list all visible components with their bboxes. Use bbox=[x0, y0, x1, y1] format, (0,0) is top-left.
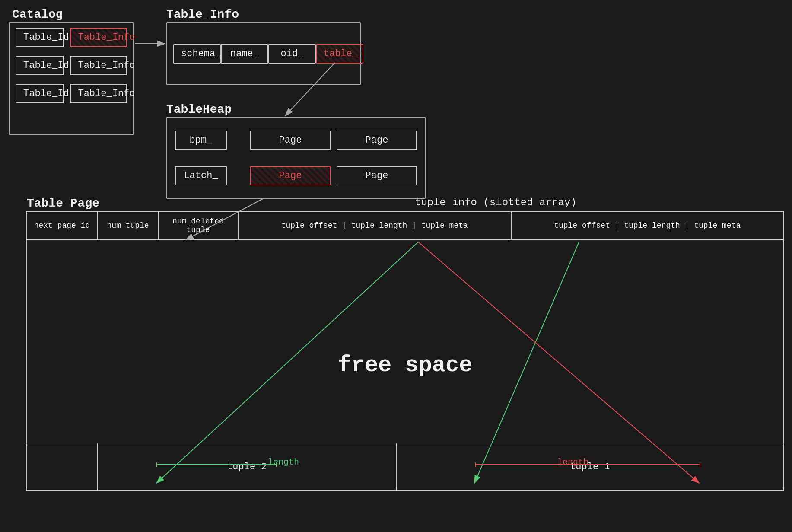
catalog-row-3: Table_Id Table_Info bbox=[10, 80, 133, 108]
table-page-label: Table Page bbox=[27, 197, 99, 210]
length-label-green: length bbox=[268, 457, 299, 467]
catalog-table-id-3: Table_Id bbox=[16, 84, 64, 103]
catalog-table-info-3: Table_Info bbox=[70, 84, 127, 103]
tp-num-tuple: num tuple bbox=[98, 212, 159, 239]
table-page-header: next page id num tuple num deleted tuple… bbox=[26, 211, 784, 240]
catalog-label: Catalog bbox=[12, 8, 63, 21]
tuple-2-cell: tuple 2 bbox=[98, 443, 397, 490]
heap-bpm: bpm_ bbox=[175, 131, 227, 150]
table-info-label: Table_Info bbox=[166, 8, 239, 21]
heap-latch: Latch_ bbox=[175, 166, 227, 185]
length-label-red: length bbox=[557, 457, 588, 467]
heap-page-1: Page bbox=[250, 131, 331, 150]
table-heap-label: TableHeap bbox=[166, 103, 232, 116]
tp-tuple-slot-2: tuple offset | tuple length | tuple meta bbox=[512, 212, 784, 239]
catalog-table-info-1: Table_Info bbox=[70, 28, 127, 47]
catalog-table-info-2: Table_Info bbox=[70, 56, 127, 75]
tuple-row: tuple 2 tuple 1 bbox=[27, 443, 783, 490]
table-page-body: free space tuple 2 tuple 1 bbox=[26, 240, 784, 491]
field-name: name_ bbox=[221, 44, 268, 64]
field-table: table_ bbox=[316, 44, 363, 64]
catalog-table-id-2: Table_Id bbox=[16, 56, 64, 75]
heap-page-4: Page bbox=[337, 166, 417, 185]
tuple-1-cell: tuple 1 bbox=[397, 443, 783, 490]
catalog-row-1: Table_Id Table_Info bbox=[10, 23, 133, 51]
table-info-box: schema_ name_ oid_ table_ bbox=[166, 22, 361, 85]
tp-num-deleted: num deleted tuple bbox=[159, 212, 239, 239]
table-heap-box: bpm_ Page Page Latch_ Page Page bbox=[166, 117, 426, 199]
catalog-row-2: Table_Id Table_Info bbox=[10, 51, 133, 80]
table-page-area: next page id num tuple num deleted tuple… bbox=[26, 211, 784, 491]
tp-tuple-slot-1: tuple offset | tuple length | tuple meta bbox=[239, 212, 512, 239]
field-schema: schema_ bbox=[173, 44, 221, 64]
tp-next-page-id: next page id bbox=[27, 212, 98, 239]
catalog-table-id-1: Table_Id bbox=[16, 28, 64, 47]
tuple-empty-left bbox=[27, 443, 98, 490]
field-oid: oid_ bbox=[268, 44, 316, 64]
tuple-info-label: tuple info (slotted array) bbox=[415, 197, 576, 208]
heap-page-red: Page bbox=[250, 166, 331, 185]
heap-page-2: Page bbox=[337, 131, 417, 150]
free-space-label: free space bbox=[337, 353, 472, 378]
catalog-box: Table_Id Table_Info Table_Id Table_Info … bbox=[9, 22, 134, 135]
